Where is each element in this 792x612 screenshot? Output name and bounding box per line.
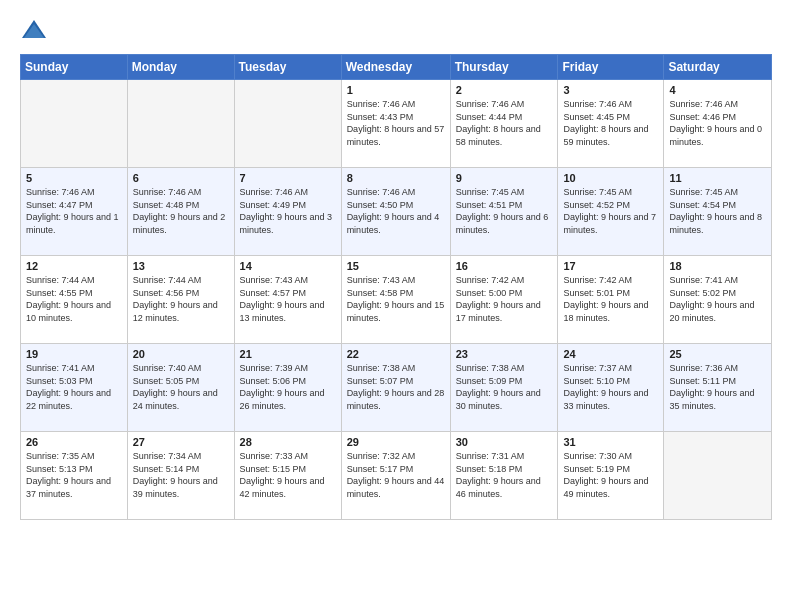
week-row-1: 1Sunrise: 7:46 AMSunset: 4:43 PMDaylight… [21,80,772,168]
calendar-cell [664,432,772,520]
weekday-header-wednesday: Wednesday [341,55,450,80]
calendar-cell: 20Sunrise: 7:40 AMSunset: 5:05 PMDayligh… [127,344,234,432]
day-info: Sunrise: 7:43 AMSunset: 4:58 PMDaylight:… [347,274,445,324]
calendar-cell: 25Sunrise: 7:36 AMSunset: 5:11 PMDayligh… [664,344,772,432]
day-info: Sunrise: 7:46 AMSunset: 4:46 PMDaylight:… [669,98,766,148]
day-info: Sunrise: 7:46 AMSunset: 4:43 PMDaylight:… [347,98,445,148]
day-number: 29 [347,436,445,448]
day-info: Sunrise: 7:30 AMSunset: 5:19 PMDaylight:… [563,450,658,500]
day-number: 27 [133,436,229,448]
day-info: Sunrise: 7:31 AMSunset: 5:18 PMDaylight:… [456,450,553,500]
day-number: 18 [669,260,766,272]
weekday-header-friday: Friday [558,55,664,80]
weekday-header-sunday: Sunday [21,55,128,80]
weekday-header-monday: Monday [127,55,234,80]
calendar-cell: 28Sunrise: 7:33 AMSunset: 5:15 PMDayligh… [234,432,341,520]
calendar-cell: 12Sunrise: 7:44 AMSunset: 4:55 PMDayligh… [21,256,128,344]
day-number: 14 [240,260,336,272]
calendar-cell [21,80,128,168]
calendar-cell: 6Sunrise: 7:46 AMSunset: 4:48 PMDaylight… [127,168,234,256]
day-number: 12 [26,260,122,272]
calendar-cell: 9Sunrise: 7:45 AMSunset: 4:51 PMDaylight… [450,168,558,256]
calendar-cell: 14Sunrise: 7:43 AMSunset: 4:57 PMDayligh… [234,256,341,344]
day-info: Sunrise: 7:46 AMSunset: 4:44 PMDaylight:… [456,98,553,148]
calendar-cell: 17Sunrise: 7:42 AMSunset: 5:01 PMDayligh… [558,256,664,344]
day-number: 28 [240,436,336,448]
day-number: 24 [563,348,658,360]
week-row-5: 26Sunrise: 7:35 AMSunset: 5:13 PMDayligh… [21,432,772,520]
day-info: Sunrise: 7:42 AMSunset: 5:00 PMDaylight:… [456,274,553,324]
calendar-cell: 31Sunrise: 7:30 AMSunset: 5:19 PMDayligh… [558,432,664,520]
weekday-header-thursday: Thursday [450,55,558,80]
day-number: 22 [347,348,445,360]
day-number: 13 [133,260,229,272]
day-number: 9 [456,172,553,184]
day-number: 7 [240,172,336,184]
calendar-cell: 7Sunrise: 7:46 AMSunset: 4:49 PMDaylight… [234,168,341,256]
day-number: 11 [669,172,766,184]
day-number: 15 [347,260,445,272]
day-number: 17 [563,260,658,272]
day-info: Sunrise: 7:46 AMSunset: 4:45 PMDaylight:… [563,98,658,148]
calendar-cell: 1Sunrise: 7:46 AMSunset: 4:43 PMDaylight… [341,80,450,168]
day-number: 2 [456,84,553,96]
day-number: 4 [669,84,766,96]
day-info: Sunrise: 7:43 AMSunset: 4:57 PMDaylight:… [240,274,336,324]
calendar-cell: 21Sunrise: 7:39 AMSunset: 5:06 PMDayligh… [234,344,341,432]
day-number: 19 [26,348,122,360]
day-number: 31 [563,436,658,448]
calendar-cell: 8Sunrise: 7:46 AMSunset: 4:50 PMDaylight… [341,168,450,256]
day-info: Sunrise: 7:32 AMSunset: 5:17 PMDaylight:… [347,450,445,500]
calendar-cell: 10Sunrise: 7:45 AMSunset: 4:52 PMDayligh… [558,168,664,256]
day-info: Sunrise: 7:45 AMSunset: 4:51 PMDaylight:… [456,186,553,236]
calendar-cell: 13Sunrise: 7:44 AMSunset: 4:56 PMDayligh… [127,256,234,344]
day-number: 25 [669,348,766,360]
calendar-table: SundayMondayTuesdayWednesdayThursdayFrid… [20,54,772,520]
calendar-cell: 18Sunrise: 7:41 AMSunset: 5:02 PMDayligh… [664,256,772,344]
day-number: 21 [240,348,336,360]
week-row-3: 12Sunrise: 7:44 AMSunset: 4:55 PMDayligh… [21,256,772,344]
day-info: Sunrise: 7:38 AMSunset: 5:09 PMDaylight:… [456,362,553,412]
calendar-cell: 29Sunrise: 7:32 AMSunset: 5:17 PMDayligh… [341,432,450,520]
day-info: Sunrise: 7:46 AMSunset: 4:50 PMDaylight:… [347,186,445,236]
day-info: Sunrise: 7:35 AMSunset: 5:13 PMDaylight:… [26,450,122,500]
calendar-cell: 24Sunrise: 7:37 AMSunset: 5:10 PMDayligh… [558,344,664,432]
calendar-cell: 19Sunrise: 7:41 AMSunset: 5:03 PMDayligh… [21,344,128,432]
page: SundayMondayTuesdayWednesdayThursdayFrid… [0,0,792,612]
calendar-cell [127,80,234,168]
calendar-cell: 5Sunrise: 7:46 AMSunset: 4:47 PMDaylight… [21,168,128,256]
day-number: 5 [26,172,122,184]
day-info: Sunrise: 7:44 AMSunset: 4:56 PMDaylight:… [133,274,229,324]
day-number: 6 [133,172,229,184]
day-number: 1 [347,84,445,96]
day-info: Sunrise: 7:40 AMSunset: 5:05 PMDaylight:… [133,362,229,412]
day-info: Sunrise: 7:44 AMSunset: 4:55 PMDaylight:… [26,274,122,324]
day-number: 20 [133,348,229,360]
calendar-cell: 11Sunrise: 7:45 AMSunset: 4:54 PMDayligh… [664,168,772,256]
logo [20,16,52,44]
day-info: Sunrise: 7:46 AMSunset: 4:49 PMDaylight:… [240,186,336,236]
day-info: Sunrise: 7:45 AMSunset: 4:52 PMDaylight:… [563,186,658,236]
calendar-cell: 27Sunrise: 7:34 AMSunset: 5:14 PMDayligh… [127,432,234,520]
calendar-cell: 22Sunrise: 7:38 AMSunset: 5:07 PMDayligh… [341,344,450,432]
day-number: 3 [563,84,658,96]
calendar-cell: 16Sunrise: 7:42 AMSunset: 5:00 PMDayligh… [450,256,558,344]
day-number: 16 [456,260,553,272]
week-row-4: 19Sunrise: 7:41 AMSunset: 5:03 PMDayligh… [21,344,772,432]
day-number: 26 [26,436,122,448]
day-info: Sunrise: 7:37 AMSunset: 5:10 PMDaylight:… [563,362,658,412]
week-row-2: 5Sunrise: 7:46 AMSunset: 4:47 PMDaylight… [21,168,772,256]
day-info: Sunrise: 7:46 AMSunset: 4:48 PMDaylight:… [133,186,229,236]
day-number: 8 [347,172,445,184]
calendar-cell: 4Sunrise: 7:46 AMSunset: 4:46 PMDaylight… [664,80,772,168]
calendar-cell: 15Sunrise: 7:43 AMSunset: 4:58 PMDayligh… [341,256,450,344]
day-info: Sunrise: 7:45 AMSunset: 4:54 PMDaylight:… [669,186,766,236]
day-info: Sunrise: 7:33 AMSunset: 5:15 PMDaylight:… [240,450,336,500]
calendar-cell: 2Sunrise: 7:46 AMSunset: 4:44 PMDaylight… [450,80,558,168]
day-info: Sunrise: 7:34 AMSunset: 5:14 PMDaylight:… [133,450,229,500]
calendar-cell [234,80,341,168]
calendar-cell: 26Sunrise: 7:35 AMSunset: 5:13 PMDayligh… [21,432,128,520]
header [20,16,772,44]
calendar-cell: 3Sunrise: 7:46 AMSunset: 4:45 PMDaylight… [558,80,664,168]
weekday-header-saturday: Saturday [664,55,772,80]
